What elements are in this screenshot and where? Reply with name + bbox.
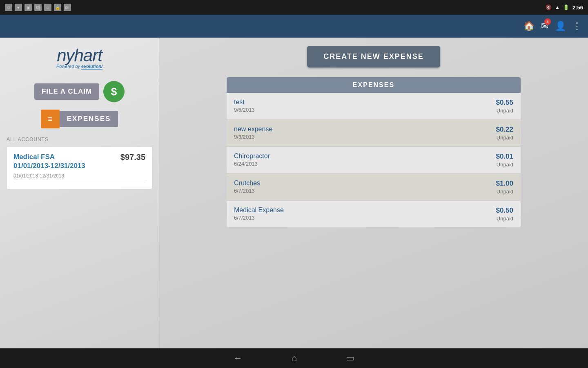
expense-right: $0.22 Unpaid	[496, 126, 513, 141]
expense-right: $0.01 Unpaid	[496, 153, 513, 168]
expense-row[interactable]: Medical Expense 6/7/2013 $0.50 Unpaid	[227, 201, 521, 227]
icon-heart: ♥	[15, 4, 22, 11]
expense-amount: $0.01	[496, 153, 513, 161]
receipt-icon: ≡	[41, 110, 60, 128]
expense-amount: $0.50	[496, 206, 513, 215]
battery-icon: 🔋	[563, 4, 569, 10]
icon-lock: 🔒	[54, 4, 61, 11]
create-new-expense-button[interactable]: CREATE NEW EXPENSE	[307, 46, 440, 67]
home-nav-icon[interactable]: ⌂	[292, 353, 297, 364]
expense-right: $0.50 Unpaid	[496, 206, 513, 222]
user-icon[interactable]: 👤	[555, 21, 566, 31]
file-claim-button[interactable]: FILE A CLAIM $	[34, 81, 125, 102]
expense-left: Crutches 6/7/2013	[234, 180, 260, 194]
expense-name: test	[234, 99, 255, 106]
expense-left: Medical Expense 6/7/2013	[234, 206, 284, 221]
expense-row[interactable]: test 9/6/2013 $0.55 Unpaid	[227, 93, 521, 120]
expense-amount: $1.00	[496, 180, 513, 188]
expense-status: Unpaid	[496, 215, 513, 222]
bottom-nav: ← ⌂ ▭	[0, 348, 588, 368]
expense-row[interactable]: Crutches 6/7/2013 $1.00 Unpaid	[227, 174, 521, 201]
expense-date: 6/7/2013	[234, 188, 260, 194]
notifications-icon[interactable]: ✉ 4	[541, 21, 548, 31]
expense-right: $1.00 Unpaid	[496, 180, 513, 195]
icon-image: 🖼	[34, 4, 42, 11]
more-icon[interactable]: ⋮	[572, 21, 581, 31]
icon-bag: 🛍	[64, 4, 71, 11]
main-content: CREATE NEW EXPENSE EXPENSES test 9/6/201…	[159, 38, 588, 348]
status-bar: ⊙ ♥ ▣ 🖼 ☺ 🔒 🛍 🔇 ▲ 🔋 2:56	[0, 0, 588, 15]
mute-icon: 🔇	[546, 4, 552, 10]
expense-status: Unpaid	[496, 162, 513, 168]
file-claim-label: FILE A CLAIM	[34, 83, 99, 100]
account-date-range: 01/01/2013-12/31/2013	[13, 173, 145, 179]
account-name: Medical FSA01/01/2013-12/31/2013	[13, 153, 85, 171]
expense-left: Chiropractor 6/24/2013	[234, 153, 270, 167]
expense-left: new expense 9/3/2013	[234, 126, 272, 140]
expense-name: Crutches	[234, 180, 260, 187]
recents-nav-icon[interactable]: ▭	[346, 353, 354, 364]
status-icons: ⊙ ♥ ▣ 🖼 ☺ 🔒 🛍	[5, 4, 71, 11]
expenses-nav-label: EXPENSES	[60, 111, 118, 127]
all-accounts-title: ALL ACCOUNTS	[7, 137, 152, 142]
expense-name: Chiropractor	[234, 153, 270, 160]
main-layout: nyhart Powered by evolution/ FILE A CLAI…	[0, 38, 588, 348]
expense-amount: $0.55	[496, 99, 513, 107]
expense-status: Unpaid	[496, 108, 513, 114]
expenses-section: EXPENSES test 9/6/2013 $0.55 Unpaid new …	[227, 77, 521, 227]
expense-row[interactable]: new expense 9/3/2013 $0.22 Unpaid	[227, 120, 521, 147]
wifi-icon: ▲	[555, 4, 560, 10]
expense-amount: $0.22	[496, 126, 513, 134]
expenses-section-header: EXPENSES	[227, 77, 521, 93]
expense-right: $0.55 Unpaid	[496, 99, 513, 114]
expense-name: Medical Expense	[234, 206, 284, 214]
account-divider	[13, 183, 145, 183]
logo-subtitle: Powered by evolution/	[56, 64, 102, 69]
expense-left: test 9/6/2013	[234, 99, 255, 113]
time-display: 2:56	[572, 4, 583, 11]
home-icon[interactable]: 🏠	[523, 21, 535, 31]
all-accounts-section: ALL ACCOUNTS Medical FSA01/01/2013-12/31…	[7, 137, 152, 189]
account-amount: $97.35	[120, 153, 145, 162]
expense-name: new expense	[234, 126, 272, 133]
back-nav-icon[interactable]: ←	[234, 353, 243, 364]
icon-circle: ⊙	[5, 4, 12, 11]
expense-status: Unpaid	[496, 188, 513, 195]
expense-date: 9/3/2013	[234, 134, 272, 140]
expenses-list: test 9/6/2013 $0.55 Unpaid new expense 9…	[227, 93, 521, 227]
status-right: 🔇 ▲ 🔋 2:56	[546, 4, 583, 11]
expense-date: 9/6/2013	[234, 107, 255, 113]
logo-text: nyhart	[57, 46, 102, 65]
sidebar: nyhart Powered by evolution/ FILE A CLAI…	[0, 38, 159, 348]
icon-square: ▣	[24, 4, 32, 11]
logo-container: nyhart Powered by evolution/	[7, 46, 152, 69]
account-card[interactable]: Medical FSA01/01/2013-12/31/2013 $97.35 …	[7, 146, 152, 189]
action-bar: 🏠 ✉ 4 👤 ⋮	[0, 15, 588, 38]
expense-date: 6/24/2013	[234, 161, 270, 167]
expense-row[interactable]: Chiropractor 6/24/2013 $0.01 Unpaid	[227, 147, 521, 174]
icon-face: ☺	[44, 4, 51, 11]
expense-status: Unpaid	[496, 135, 513, 141]
notification-badge: 4	[544, 18, 551, 25]
dollar-icon: $	[103, 81, 125, 102]
expenses-nav-button[interactable]: ≡ EXPENSES	[41, 110, 118, 128]
expense-date: 6/7/2013	[234, 215, 284, 221]
